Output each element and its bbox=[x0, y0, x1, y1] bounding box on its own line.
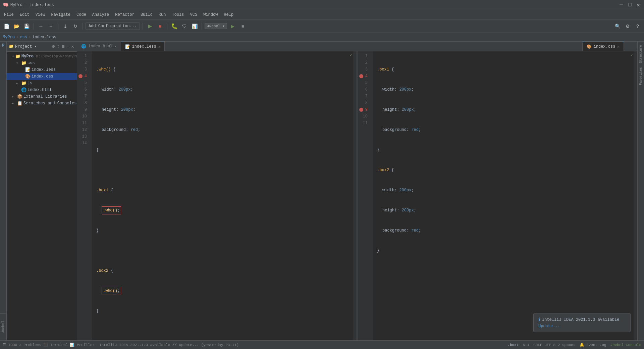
menu-refactor[interactable]: Refactor bbox=[112, 11, 137, 18]
line-num-9: 9 bbox=[77, 106, 90, 113]
favorites-panel-toggle[interactable]: Favorites bbox=[638, 65, 643, 87]
tree-arrow-scratches: ▸ bbox=[12, 101, 16, 105]
stop-btn[interactable]: ■ bbox=[156, 22, 164, 31]
settings-btn[interactable]: ⚙ bbox=[623, 22, 632, 31]
css-line-6: .box2 { bbox=[376, 167, 634, 173]
maximize-btn[interactable]: □ bbox=[627, 2, 633, 8]
panel-settings-btn[interactable]: ⚙ bbox=[51, 43, 55, 50]
less-line-13: } bbox=[95, 308, 353, 314]
panel-expand-btn[interactable]: ⊞ bbox=[61, 43, 65, 50]
status-bar: ☰ TODO ⚠ Problems ⬛ Terminal 📊 Profiler … bbox=[0, 340, 644, 349]
menu-window[interactable]: Window bbox=[201, 11, 220, 18]
menu-navigate[interactable]: Navigate bbox=[48, 11, 73, 18]
tab-index-html[interactable]: 🌐 index.html ✕ bbox=[77, 42, 121, 51]
profile-btn[interactable]: 📊 bbox=[190, 22, 199, 31]
tree-item-index-less[interactable]: 📝 index.less bbox=[7, 66, 77, 73]
toolbar-forward-btn[interactable]: → bbox=[47, 22, 55, 31]
css-line-num-10: 10 bbox=[358, 113, 370, 120]
tab-close-html[interactable]: ✕ bbox=[114, 44, 117, 49]
problems-btn[interactable]: ⚠ Problems bbox=[19, 343, 41, 347]
tree-item-index-html[interactable]: 🌐 index.html bbox=[7, 87, 77, 93]
menu-build[interactable]: Build bbox=[138, 11, 155, 18]
editor-pane-css: ✓ 1 2 3 4 5 6 7 8 9 10 11 bbox=[358, 51, 637, 349]
notification-icon: ℹ bbox=[538, 317, 540, 322]
jrebel-badge[interactable]: JRebel ▾ bbox=[205, 23, 227, 29]
close-btn[interactable]: ✕ bbox=[635, 2, 641, 8]
jrebel-run-btn[interactable]: ▶ bbox=[228, 22, 237, 31]
tree-label-html: index.html bbox=[28, 88, 52, 92]
menu-code[interactable]: Code bbox=[74, 11, 89, 18]
jrebel-toggle[interactable]: JRebel bbox=[1, 319, 6, 335]
add-configuration-button[interactable]: Add Configuration... bbox=[86, 22, 140, 30]
menu-tools[interactable]: Tools bbox=[169, 11, 187, 18]
minimize-btn[interactable]: ─ bbox=[618, 2, 624, 8]
breadcrumb-file[interactable]: index.less bbox=[32, 35, 56, 40]
panel-close-btn[interactable]: ✕ bbox=[71, 43, 75, 50]
jrebel-stop-btn[interactable]: ■ bbox=[238, 22, 247, 31]
tree-icon-html: 🌐 bbox=[21, 87, 26, 93]
tab-close-css[interactable]: ✕ bbox=[617, 45, 620, 49]
editor-content-css[interactable]: 1 2 3 4 5 6 7 8 9 10 11 .box1 { bbox=[358, 51, 637, 349]
run-btn[interactable]: ▶ bbox=[146, 22, 154, 31]
tree-item-mypro[interactable]: ▾ 📁 MyPro D:\Develop\Web\MyPro bbox=[7, 53, 77, 60]
menu-run[interactable]: Run bbox=[156, 11, 169, 18]
menu-bar: File Edit View Navigate Code Analyze Ref… bbox=[0, 10, 644, 19]
coverage-btn[interactable]: 🛡 bbox=[180, 22, 189, 31]
help-btn[interactable]: ? bbox=[633, 22, 642, 31]
event-log-btn[interactable]: 🔔 Event Log bbox=[580, 343, 606, 347]
menu-analyze[interactable]: Analyze bbox=[90, 11, 112, 18]
breadcrumb-project[interactable]: MyPro bbox=[3, 35, 15, 40]
less-line-9: } bbox=[95, 227, 353, 234]
tree-item-js-folder[interactable]: ▸ 📁 js bbox=[7, 80, 77, 87]
cursor-position[interactable]: 6:1 bbox=[523, 343, 529, 347]
menu-vcs[interactable]: VCS bbox=[187, 11, 200, 18]
menu-view[interactable]: View bbox=[33, 11, 48, 18]
tree-item-index-css[interactable]: 🎨 index.css bbox=[7, 73, 77, 80]
tree-item-external-libs[interactable]: ▸ 📦 External Libraries bbox=[7, 93, 77, 100]
toolbar-new-btn[interactable]: 📄 bbox=[2, 22, 11, 31]
css-line-10: } bbox=[376, 247, 634, 254]
line-num-10: 10 bbox=[77, 113, 90, 120]
terminal-btn[interactable]: ⬛ Terminal bbox=[43, 343, 68, 347]
project-tree: ▾ 📁 MyPro D:\Develop\Web\MyPro ▾ 📁 css 📝… bbox=[7, 52, 77, 340]
toolbar-back-btn[interactable]: ← bbox=[37, 22, 45, 31]
encoding-info[interactable]: CRLF UTF-8 2 spaces bbox=[533, 343, 575, 347]
tree-icon-css-file: 🎨 bbox=[25, 74, 31, 79]
toolbar-sync-btn[interactable]: ↻ bbox=[71, 22, 80, 31]
menu-edit[interactable]: Edit bbox=[17, 11, 32, 18]
code-css[interactable]: .box1 { width: 200px; height: 200px; bac… bbox=[373, 51, 634, 349]
toolbar-save-btn[interactable]: 💾 bbox=[22, 22, 31, 31]
line-num-12: 12 bbox=[77, 127, 90, 133]
jrebel-console-btn[interactable]: JRebel Console bbox=[610, 343, 641, 347]
css-line-num-7: 7 bbox=[358, 93, 370, 100]
toolbar-open-btn[interactable]: 📂 bbox=[12, 22, 21, 31]
css-line-num-5: 5 bbox=[358, 80, 370, 86]
panel-collapse-btn[interactable]: − bbox=[66, 43, 70, 50]
tab-icon-html: 🌐 bbox=[81, 44, 86, 49]
debug-btn[interactable]: 🐛 bbox=[170, 22, 179, 31]
editor-content-less[interactable]: 1 2 3 4 5 6 7 8 9 10 11 12 13 14 bbox=[77, 51, 356, 349]
tree-item-scratches[interactable]: ▸ 📋 Scratches and Consoles bbox=[7, 100, 77, 107]
tree-item-css-folder[interactable]: ▾ 📁 css bbox=[7, 60, 77, 66]
todo-btn[interactable]: ☰ TODO bbox=[3, 343, 17, 347]
menu-help[interactable]: Help bbox=[221, 11, 236, 18]
toolbar-git-btn[interactable]: ⤓ bbox=[61, 22, 70, 31]
panel-sort-btn[interactable]: ↕ bbox=[56, 43, 60, 50]
tab-index-less[interactable]: 📝 index.less ✕ bbox=[121, 42, 165, 51]
toolbar-sep-1 bbox=[34, 23, 34, 30]
tab-icon-css: 🎨 bbox=[587, 44, 592, 49]
editor-pane-less: ✓ 1 2 3 4 5 6 7 8 9 10 11 bbox=[77, 51, 357, 349]
menu-file[interactable]: File bbox=[1, 11, 16, 18]
search-everywhere-btn[interactable]: 🔍 bbox=[613, 22, 622, 31]
profiler-btn[interactable]: 📊 Profiler bbox=[70, 343, 94, 347]
notification-update-link[interactable]: Update... bbox=[538, 324, 560, 329]
css-valid-indicator: ✓ bbox=[631, 53, 633, 58]
code-less[interactable]: .whc() { width: 200px; height: 200px; ba… bbox=[92, 51, 353, 349]
tab-close-less[interactable]: ✕ bbox=[158, 45, 161, 49]
less-line-4: background: red; bbox=[95, 127, 353, 133]
structure-panel-toggle[interactable]: Structure bbox=[638, 43, 643, 65]
breadcrumb-folder[interactable]: css bbox=[20, 35, 27, 40]
project-panel-header: 📁 Project ▾ ⚙ ↕ ⊞ − ✕ bbox=[7, 42, 77, 52]
tab-index-css[interactable]: 🎨 index.css ✕ bbox=[582, 42, 624, 51]
project-panel-toggle[interactable]: P bbox=[1, 43, 6, 48]
